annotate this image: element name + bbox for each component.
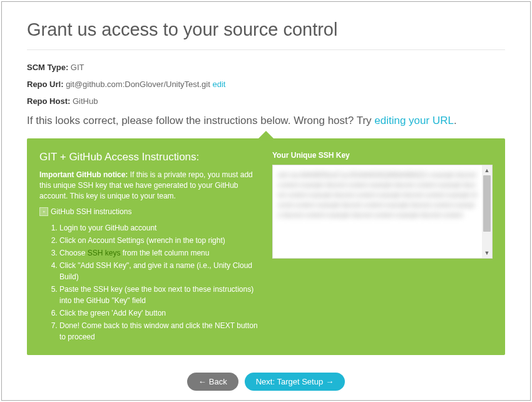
next-button[interactable]: Next: Target Setup →	[245, 373, 345, 391]
repo-host-label: Repo Host:	[27, 96, 70, 106]
edit-url-link[interactable]: edit	[212, 80, 225, 89]
ssh-key-scrollbar[interactable]: ▲ ▼	[482, 165, 492, 258]
scm-type-line: SCM Type: GIT	[27, 63, 505, 72]
instructions-list: Login to your GitHub account Click on Ac…	[39, 222, 260, 343]
editing-url-link[interactable]: editing your URL	[374, 115, 454, 126]
panel-title: GIT + GitHub Access Instructions:	[39, 151, 260, 163]
ssh-key-content: ssh-rsa AAAAB3NzaC1yc2EAAAADAQABAAABAQCx…	[273, 165, 482, 258]
back-button[interactable]: ← Back	[187, 373, 238, 391]
scm-type-value: GIT	[71, 63, 84, 72]
scroll-down-icon[interactable]: ▼	[482, 248, 492, 258]
panel-notice-strong: Important GitHub notice:	[39, 170, 128, 179]
panel-image-alt: GitHub SSH instructions	[51, 207, 131, 216]
list-item: Click on Account Settings (wrench in the…	[59, 235, 260, 246]
repo-url-value: git@github.com:DonGlover/UnityTest.git	[66, 80, 210, 89]
list-item: Choose SSH keys from the left column men…	[59, 247, 260, 259]
repo-host-value: GitHub	[73, 96, 98, 106]
instruction-prefix: If this looks correct, please follow the…	[27, 115, 374, 126]
scm-type-label: SCM Type:	[27, 63, 68, 72]
repo-url-label: Repo Url:	[27, 80, 64, 89]
panel-notice: Important GitHub notice: If this is a pr…	[39, 170, 260, 201]
next-button-label: Next: Target Setup	[256, 377, 323, 386]
broken-image-icon: ▫	[39, 207, 48, 216]
list-item: Click the green 'Add Key' button	[59, 307, 260, 319]
ssh-key-box[interactable]: ssh-rsa AAAAB3NzaC1yc2EAAAADAQABAAABAQCx…	[272, 165, 493, 259]
list-item: Done! Come back to this window and click…	[59, 320, 260, 343]
scroll-track[interactable]	[482, 175, 492, 248]
ssh-key-label: Your Unique SSH Key	[272, 151, 493, 160]
left-arrow-icon: ←	[198, 377, 207, 386]
repo-host-line: Repo Host: GitHub	[27, 96, 505, 106]
list-item: Paste the SSH key (see the box next to t…	[59, 284, 260, 306]
list-item: Click "Add SSH Key", and give it a name …	[59, 260, 260, 282]
instructions-panel: GIT + GitHub Access Instructions: Import…	[27, 138, 505, 355]
list-item: Login to your GitHub account	[59, 222, 260, 234]
instruction-text: If this looks correct, please follow the…	[27, 115, 505, 127]
panel-image-caption: ▫ GitHub SSH instructions	[39, 207, 260, 216]
page-title: Grant us access to your source control	[27, 19, 505, 50]
button-row: ← Back Next: Target Setup →	[27, 373, 505, 391]
ssh-keys-link[interactable]: SSH keys	[88, 249, 121, 257]
back-button-label: Back	[209, 377, 227, 386]
right-arrow-icon: →	[325, 377, 334, 386]
panel-arrow-icon	[257, 131, 275, 140]
scroll-thumb[interactable]	[483, 175, 491, 232]
instruction-suffix: .	[454, 115, 457, 126]
scroll-up-icon[interactable]: ▲	[482, 165, 492, 175]
repo-url-line: Repo Url: git@github.com:DonGlover/Unity…	[27, 80, 505, 89]
